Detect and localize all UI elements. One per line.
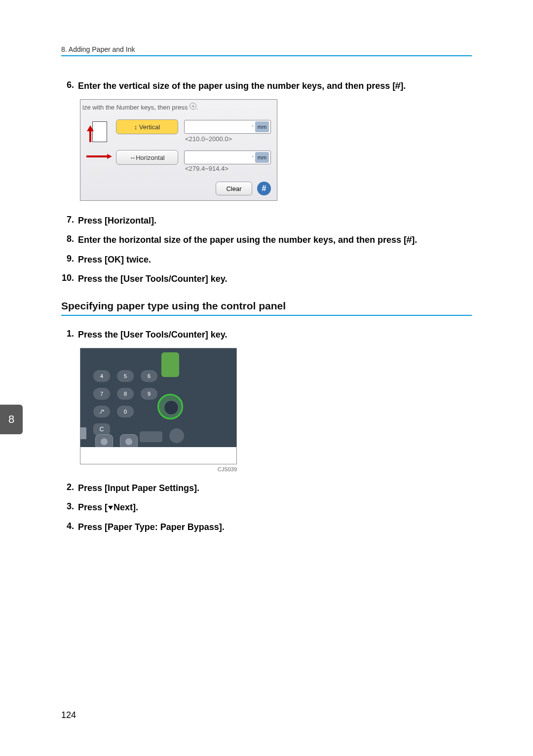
step-8-text-b: ]. (412, 235, 417, 245)
step-a3: 3. Press [Next]. (61, 501, 472, 514)
step-a2-text: Press [Input Paper Settings]. (78, 482, 199, 494)
orientation-diagram-icon (85, 119, 113, 157)
hint-text: ize with the Number keys, then press . (82, 103, 198, 111)
step-7-num: 7. (61, 215, 78, 225)
step-a4: 4. Press [Paper Type: Paper Bypass]. (61, 521, 472, 533)
clear-button[interactable]: Clear (216, 182, 252, 195)
horizontal-range: <279.4~914.4> (185, 165, 228, 172)
hash-icon-2: # (406, 234, 412, 246)
keypad-key-16: C (93, 423, 110, 435)
green-rect-key (161, 352, 179, 377)
side-strip (80, 427, 86, 439)
step-a3-num: 3. (61, 501, 78, 512)
step-a4-num: 4. (61, 521, 78, 531)
down-triangle-icon (108, 506, 113, 510)
step-a1-num: 1. (61, 329, 78, 339)
step-9-text: Press [OK] twice. (78, 254, 151, 266)
step-a1-text: Press the [User Tools/Counter] key. (78, 329, 227, 341)
step-a2-num: 2. (61, 482, 78, 492)
step-7: 7. Press [Horizontal]. (61, 215, 472, 227)
step-10-text: Press the [User Tools/Counter] key. (78, 273, 227, 285)
wide-slot-button (140, 431, 162, 442)
step-a4-text: Press [Paper Type: Paper Bypass]. (78, 521, 225, 533)
keypad-key-5: 5 (117, 370, 134, 382)
step-6-num: 6. (61, 80, 78, 90)
step-6: 6. Enter the vertical size of the paper … (61, 80, 472, 92)
chapter-tab: 8 (0, 405, 23, 434)
page-number: 124 (61, 710, 76, 720)
hint-suffix: . (196, 104, 198, 111)
step-a3-text: Press [Next]. (78, 501, 138, 514)
step-10: 10. Press the [User Tools/Counter] key. (61, 273, 472, 285)
section-heading: Specifying paper type using the control … (61, 300, 472, 316)
keypad-key-12: ./* (93, 406, 110, 417)
unit-mm-horizontal: mm (255, 152, 269, 163)
step-9: 9. Press [OK] twice. (61, 254, 472, 266)
control-panel-screenshot: 456789./*0C CJS039 (80, 348, 472, 472)
step-6-text-a: Enter the vertical size of the paper usi… (78, 81, 395, 91)
horizontal-value-dot: . (252, 151, 254, 158)
step-6-text-b: ]. (400, 81, 406, 91)
step-10-num: 10. (61, 273, 78, 283)
keypad-key-10: 9 (141, 388, 157, 400)
step-8-num: 8. (61, 234, 78, 244)
keypad-key-4: 4 (93, 370, 110, 382)
step-a2: 2. Press [Input Paper Settings]. (61, 482, 472, 494)
figure-caption: CJS039 (80, 464, 237, 472)
step-a1: 1. Press the [User Tools/Counter] key. (61, 329, 472, 341)
vertical-value-dot: . (252, 120, 254, 128)
step-8-text: Enter the horizontal size of the paper u… (78, 234, 417, 246)
step-8-text-a: Enter the horizontal size of the paper u… (78, 235, 407, 245)
keypad-key-8: 7 (93, 388, 110, 400)
round-small-button (169, 428, 184, 443)
horizontal-button[interactable]: ↔Horizontal (116, 150, 178, 165)
step-9-num: 9. (61, 254, 78, 264)
user-tools-counter-key-highlight[interactable] (157, 394, 183, 419)
running-header: 8. Adding Paper and Ink (61, 45, 472, 56)
step-8: 8. Enter the horizontal size of the pape… (61, 234, 472, 246)
keypad-key-13: 0 (117, 406, 134, 417)
hash-hint-icon (190, 103, 196, 110)
pound-key-icon[interactable]: # (257, 182, 271, 195)
keypad-key-6: 6 (141, 370, 157, 382)
hint-prefix: ize with the Number keys, then press (82, 104, 190, 111)
step-6-text: Enter the vertical size of the paper usi… (78, 80, 406, 92)
hash-icon: # (395, 80, 401, 92)
size-entry-screenshot: ize with the Number keys, then press . ↕… (80, 99, 472, 201)
unit-mm-vertical: mm (255, 121, 269, 132)
step-7-text: Press [Horizontal]. (78, 215, 156, 227)
vertical-range: <210.0~2000.0> (185, 135, 232, 143)
step-a3-text-a: Press [ (78, 502, 108, 512)
keypad-key-9: 8 (117, 388, 134, 400)
step-a3-text-b: Next]. (114, 502, 138, 512)
vertical-button[interactable]: ↕ Vertical (116, 119, 178, 134)
